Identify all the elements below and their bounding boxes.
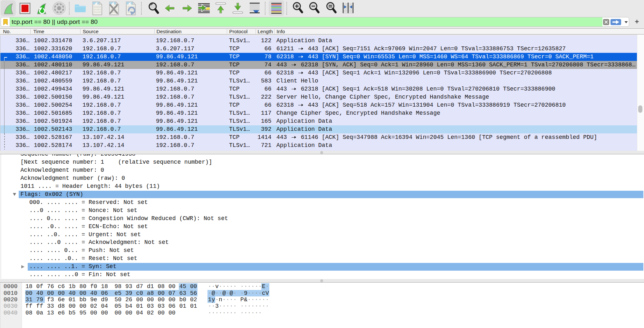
svg-text:01110: 01110 [94,11,101,14]
svg-text:01010: 01010 [94,6,101,8]
svg-text:01101: 01101 [94,8,101,11]
